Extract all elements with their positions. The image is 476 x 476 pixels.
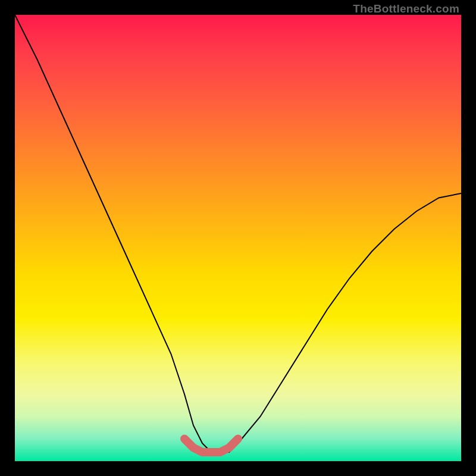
plot-area	[15, 15, 461, 461]
chart-container: TheBottleneck.com	[0, 0, 476, 476]
highlight-band	[184, 439, 238, 453]
bottleneck-curve	[15, 15, 461, 452]
chart-svg	[15, 15, 461, 461]
watermark-text: TheBottleneck.com	[353, 2, 459, 15]
